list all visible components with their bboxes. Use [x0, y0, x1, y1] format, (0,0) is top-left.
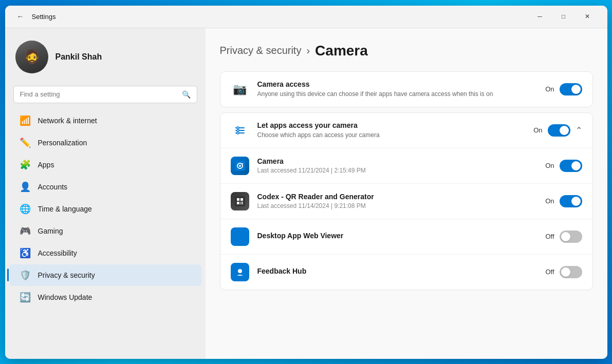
- search-box[interactable]: 🔍: [13, 86, 197, 103]
- sidebar-item-label: Windows Update: [38, 293, 92, 301]
- sidebar-item-time[interactable]: 🌐 Time & language: [9, 198, 201, 220]
- camera-access-text: Camera access Anyone using this device c…: [257, 80, 537, 99]
- let-apps-row: Let apps access your camera Choose which…: [220, 113, 592, 148]
- sidebar-item-privacy[interactable]: 🛡️ Privacy & security: [9, 264, 201, 286]
- sidebar-item-label: Accessibility: [38, 249, 77, 257]
- gaming-icon: 🎮: [20, 225, 31, 237]
- expand-icon[interactable]: ⌃: [576, 125, 582, 135]
- camera-access-toggle[interactable]: [560, 83, 582, 95]
- svg-point-5: [237, 132, 239, 134]
- let-apps-card: Let apps access your camera Choose which…: [220, 112, 593, 290]
- sidebar-item-label: Apps: [38, 161, 54, 169]
- breadcrumb: Privacy & security › Camera: [220, 43, 593, 59]
- let-apps-toggle-label: On: [533, 126, 542, 134]
- camera-app-toggle[interactable]: [560, 160, 582, 172]
- camera-access-desc: Anyone using this device can choose if t…: [257, 90, 537, 99]
- codex-app-icon: [231, 192, 249, 210]
- camera-access-control: On: [545, 83, 582, 95]
- time-icon: 🌐: [20, 203, 31, 215]
- avatar-image: 🧔: [15, 41, 48, 73]
- back-button[interactable]: ←: [13, 9, 28, 24]
- user-profile: 🧔 Pankil Shah: [5, 28, 206, 84]
- accessibility-icon: ♿: [20, 247, 31, 259]
- let-apps-control: On ⌃: [533, 124, 582, 137]
- sidebar-item-gaming[interactable]: 🎮 Gaming: [9, 220, 201, 242]
- camera-app-icon: [231, 157, 249, 175]
- personalization-icon: ✏️: [20, 137, 31, 148]
- feedback-hub-toggle[interactable]: [560, 266, 582, 278]
- avatar: 🧔: [15, 41, 48, 73]
- svg-rect-16: [240, 203, 242, 204]
- feedback-hub-icon: [231, 263, 249, 281]
- camera-access-title: Camera access: [257, 80, 537, 88]
- privacy-icon: 🛡️: [20, 270, 31, 281]
- apps-icon: 🧩: [20, 159, 31, 170]
- codex-app-toggle-label: On: [545, 197, 554, 205]
- search-input[interactable]: [20, 90, 178, 98]
- camera-app-toggle-label: On: [545, 162, 554, 169]
- camera-app-row: Camera Last accessed 11/21/2024 | 2:15:4…: [220, 148, 592, 184]
- camera-access-toggle-label: On: [545, 85, 554, 93]
- sidebar-item-accessibility[interactable]: ♿ Accessibility: [9, 242, 201, 264]
- svg-point-8: [239, 165, 241, 167]
- svg-point-4: [237, 129, 239, 131]
- camera-access-card: 📷 Camera access Anyone using this device…: [220, 71, 593, 107]
- update-icon: 🔄: [20, 292, 31, 303]
- codex-app-toggle[interactable]: [560, 195, 582, 207]
- feedback-hub-text: Feedback Hub: [257, 267, 537, 277]
- desktop-app-toggle[interactable]: [560, 231, 582, 243]
- svg-rect-17: [242, 202, 243, 203]
- codex-app-text: Codex - QR Reader and Generator Last acc…: [257, 193, 537, 209]
- maximize-button[interactable]: □: [552, 8, 576, 25]
- user-name: Pankil Shah: [55, 52, 102, 62]
- svg-point-20: [238, 269, 242, 273]
- desktop-app-row: Desktop App Web Viewer Off: [220, 219, 592, 255]
- sidebar: 🧔 Pankil Shah 🔍 📶 Network & internet ✏️ …: [5, 28, 206, 359]
- sidebar-item-network[interactable]: 📶 Network & internet: [9, 110, 201, 131]
- desktop-app-toggle-label: Off: [545, 233, 554, 240]
- sidebar-item-update[interactable]: 🔄 Windows Update: [9, 286, 201, 308]
- camera-app-subtitle: Last accessed 11/21/2024 | 2:15:49 PM: [257, 167, 537, 174]
- let-apps-icon: [231, 121, 249, 140]
- desktop-app-title: Desktop App Web Viewer: [257, 232, 537, 240]
- camera-app-control: On: [545, 160, 582, 172]
- sidebar-item-label: Accounts: [38, 183, 68, 191]
- let-apps-title: Let apps access your camera: [257, 121, 526, 129]
- minimize-button[interactable]: ─: [528, 8, 552, 25]
- sidebar-item-label: Gaming: [38, 227, 63, 235]
- let-apps-toggle[interactable]: [548, 124, 570, 137]
- svg-rect-11: [237, 198, 239, 201]
- sidebar-item-accounts[interactable]: 👤 Accounts: [9, 176, 201, 198]
- sidebar-item-apps[interactable]: 🧩 Apps: [9, 154, 201, 176]
- accounts-icon: 👤: [20, 181, 31, 193]
- sidebar-item-label: Time & language: [38, 205, 92, 213]
- main-content: 🧔 Pankil Shah 🔍 📶 Network & internet ✏️ …: [5, 28, 607, 359]
- feedback-hub-toggle-label: Off: [545, 268, 554, 276]
- sidebar-item-label: Privacy & security: [38, 271, 95, 279]
- sidebar-item-personalization[interactable]: ✏️ Personalization: [9, 132, 201, 154]
- feedback-hub-row: Feedback Hub Off: [220, 255, 592, 290]
- svg-rect-12: [240, 198, 243, 201]
- svg-rect-13: [237, 202, 239, 204]
- breadcrumb-parent: Privacy & security: [220, 45, 302, 56]
- settings-window: ← Settings ─ □ ✕ 🧔 Pankil Shah 🔍: [5, 6, 607, 359]
- camera-access-icon: 📷: [231, 80, 249, 99]
- codex-app-subtitle: Last accessed 11/14/2024 | 9:21:08 PM: [257, 202, 537, 209]
- nav-list: 📶 Network & internet ✏️ Personalization …: [5, 109, 206, 309]
- svg-rect-15: [242, 203, 243, 204]
- svg-rect-9: [242, 163, 243, 164]
- desktop-app-text: Desktop App Web Viewer: [257, 232, 537, 241]
- camera-app-title: Camera: [257, 157, 537, 165]
- feedback-hub-control: Off: [545, 266, 582, 278]
- desktop-app-control: Off: [545, 231, 582, 243]
- sidebar-item-label: Network & internet: [38, 117, 97, 125]
- close-button[interactable]: ✕: [576, 8, 599, 25]
- search-icon: 🔍: [182, 90, 191, 99]
- svg-rect-14: [240, 202, 242, 203]
- codex-app-row: Codex - QR Reader and Generator Last acc…: [220, 184, 592, 219]
- network-icon: 📶: [20, 115, 31, 126]
- svg-rect-18: [235, 232, 245, 242]
- svg-rect-10: [235, 196, 245, 206]
- codex-app-title: Codex - QR Reader and Generator: [257, 193, 537, 201]
- titlebar: ← Settings ─ □ ✕: [5, 6, 607, 28]
